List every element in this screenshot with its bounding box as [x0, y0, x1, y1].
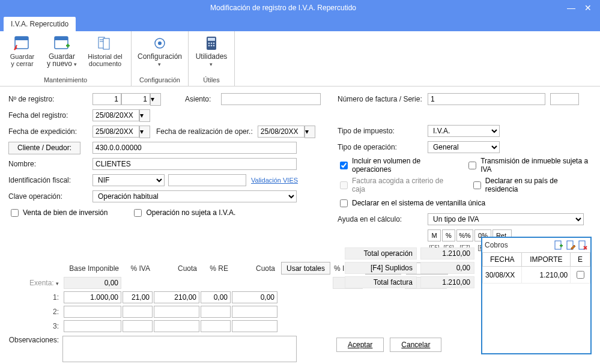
- ribbon-group-title-mant: Mantenimiento: [5, 75, 126, 85]
- cobros-add-icon[interactable]: [553, 240, 564, 250]
- tabstrip: I.V.A. Repercutido: [0, 16, 600, 31]
- nregistro-b-input[interactable]: [121, 93, 150, 105]
- row2-base[interactable]: [64, 306, 121, 318]
- serie-input[interactable]: [550, 93, 579, 105]
- cobros-row-e-check[interactable]: [577, 271, 584, 279]
- gh-cuota2: Cuota: [232, 264, 277, 273]
- gh-pre: % RE: [201, 264, 231, 273]
- titlebar: Modificación de registro de I.V.A. Reper…: [0, 0, 600, 16]
- svg-rect-20: [579, 241, 585, 249]
- observ-label: Observaciones:: [8, 336, 62, 344]
- clave-select[interactable]: Operación habitual: [92, 190, 297, 202]
- cobros-title: Cobros: [485, 241, 552, 249]
- fecha-exp-dropdown[interactable]: ▾: [139, 126, 150, 138]
- cobros-col-fecha: FECHA: [483, 253, 522, 267]
- validacion-vies-link[interactable]: Validación VIES: [251, 177, 298, 184]
- row1-pre[interactable]: [201, 291, 231, 303]
- fecha-reg-dropdown[interactable]: ▾: [139, 109, 150, 122]
- suplidos-label[interactable]: [F4] Suplidos: [345, 262, 417, 274]
- save-new-label: Guardar y nuevo ▾: [47, 53, 77, 68]
- close-button[interactable]: ✕: [580, 3, 596, 13]
- ribbon-group-config: Configuración▾ Configuración: [132, 31, 189, 86]
- chk-declarar-pais[interactable]: Declarar en su país de residencia: [471, 177, 592, 193]
- cobros-table: FECHA IMPORTE E 30/08/XX 1.210,00: [482, 252, 590, 284]
- ribbon: Guardar y cerrar Guardar y nuevo ▾ Histo…: [0, 31, 600, 86]
- tab-iva-repercutido[interactable]: I.V.A. Repercutido: [4, 17, 76, 31]
- total-fact-value: 1.210,00: [420, 276, 474, 288]
- suplidos-value: 0,00: [420, 262, 474, 274]
- chk-venta-bien[interactable]: Venta de bien de inversión: [8, 207, 108, 219]
- fecha-exp-label: Fecha de expedición:: [8, 127, 92, 136]
- row2-piva[interactable]: [123, 306, 153, 318]
- cliente-deudor-button[interactable]: Cliente / Deudor:: [8, 142, 80, 154]
- row2-cuota2[interactable]: [232, 306, 277, 318]
- tipo-imp-select[interactable]: I.V.A.: [428, 125, 500, 137]
- fecha-oper-input[interactable]: [258, 126, 305, 138]
- row3-piva[interactable]: [123, 320, 153, 332]
- row2-cuota[interactable]: [154, 306, 199, 318]
- chk-op-no-sujeta[interactable]: Operación no sujeta a I.V.A.: [132, 207, 235, 219]
- idfiscal-tipo-select[interactable]: NIF: [92, 174, 165, 186]
- row1-cuota2[interactable]: [232, 291, 277, 303]
- aceptar-button[interactable]: Aceptar: [336, 338, 384, 352]
- chk-fact-caja[interactable]: Factura acogida a criterio de caja: [338, 177, 458, 193]
- svg-rect-11: [208, 38, 215, 41]
- idfiscal-label: Identificación fiscal:: [8, 176, 92, 184]
- chk-ventanilla[interactable]: Declarar en el sistema de ventanilla úni…: [338, 198, 485, 209]
- row2-pre[interactable]: [201, 306, 231, 318]
- cobros-row[interactable]: 30/08/XX 1.210,00: [483, 267, 590, 284]
- row1-base[interactable]: [64, 291, 121, 303]
- tipo-imp-label: Tipo de impuesto:: [338, 127, 428, 135]
- gear-icon: [151, 35, 169, 52]
- fecha-exp-input[interactable]: [92, 126, 139, 138]
- config-button[interactable]: Configuración▾: [136, 34, 183, 68]
- cancelar-button[interactable]: Cancelar: [390, 338, 441, 352]
- ribbon-group-title-utiles: Útiles: [193, 75, 229, 85]
- chk-incluir-vol[interactable]: Incluir en volumen de operaciones: [338, 157, 453, 174]
- nombre-input[interactable]: [92, 158, 297, 170]
- usar-totales-button[interactable]: Usar totales: [281, 262, 330, 275]
- row3-cuota[interactable]: [154, 320, 199, 332]
- row3-base[interactable]: [64, 320, 121, 332]
- history-button[interactable]: Historial del documento: [84, 34, 126, 67]
- utilities-button[interactable]: Utilidades▾: [193, 34, 229, 68]
- gh-piva: % IVA: [123, 264, 153, 273]
- cobros-edit-icon[interactable]: [565, 240, 576, 250]
- fecha-reg-input[interactable]: [92, 109, 139, 121]
- minimize-button[interactable]: —: [563, 3, 580, 13]
- tipo-op-select[interactable]: General: [428, 141, 500, 153]
- row3-cuota2[interactable]: [232, 320, 277, 332]
- calculator-icon: [202, 35, 220, 52]
- nfactura-input[interactable]: [428, 93, 545, 105]
- config-label: Configuración▾: [138, 53, 182, 68]
- save-close-button[interactable]: Guardar y cerrar: [5, 34, 40, 67]
- save-new-button[interactable]: Guardar y nuevo ▾: [43, 34, 80, 68]
- row3-pre[interactable]: [201, 320, 231, 332]
- hot-pct-button[interactable]: %: [442, 229, 455, 241]
- history-label: Historial del documento: [88, 53, 122, 67]
- cliente-input[interactable]: [92, 142, 297, 154]
- gh-base: Base Imponible: [64, 264, 121, 273]
- row1-piva[interactable]: [123, 291, 153, 303]
- hot-pctpct-button[interactable]: %%: [456, 229, 473, 241]
- chk-transm-inm[interactable]: Transmisión de inmueble sujeta a IVA: [466, 157, 592, 174]
- nregistro-dropdown[interactable]: ▾: [150, 93, 161, 106]
- ayuda-select[interactable]: Un tipo de IVA: [428, 213, 584, 225]
- fecha-oper-dropdown[interactable]: ▾: [305, 126, 315, 138]
- cobros-row-importe: 1.210,00: [522, 267, 571, 284]
- nregistro-a-input[interactable]: [92, 93, 121, 105]
- history-icon: [96, 35, 114, 52]
- row1-cuota[interactable]: [154, 291, 199, 303]
- svg-point-16: [211, 45, 213, 47]
- cobros-delete-icon[interactable]: [577, 240, 588, 250]
- hot-m-button[interactable]: M: [428, 229, 441, 241]
- save-new-icon: [53, 35, 71, 52]
- row1-label: 1:: [8, 293, 62, 302]
- cobros-panel: Cobros FECHA IMPORTE E 30/08/XX 1.210,00: [481, 237, 592, 354]
- ribbon-group-title-config: Configuración: [136, 75, 183, 85]
- observ-textarea[interactable]: [62, 336, 297, 362]
- asiento-input[interactable]: [221, 93, 321, 105]
- ayuda-label: Ayuda en el cálculo:: [338, 215, 428, 223]
- exenta-base: [64, 277, 121, 289]
- idfiscal-num-input[interactable]: [168, 174, 246, 186]
